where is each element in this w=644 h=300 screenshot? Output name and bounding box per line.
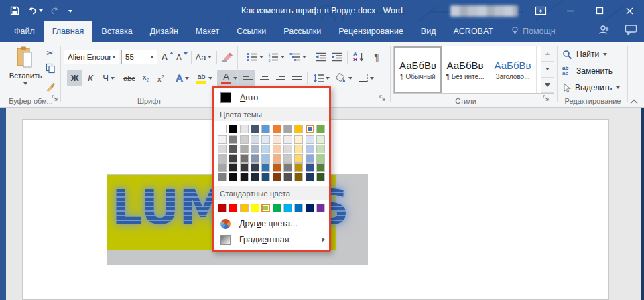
tint-swatch-2-1[interactable]: [229, 154, 237, 163]
standard-color-swatch-5[interactable]: [273, 204, 281, 212]
paste-button[interactable]: Вставить: [7, 46, 44, 100]
tint-swatch-2-0[interactable]: [218, 154, 227, 163]
tint-swatch-4-2[interactable]: [240, 173, 249, 181]
share-person-icon[interactable]: [598, 24, 610, 39]
tint-swatch-0-7[interactable]: [294, 135, 303, 144]
maximize-button[interactable]: [585, 0, 615, 21]
tint-swatch-1-8[interactable]: [306, 145, 314, 153]
tint-swatch-0-3[interactable]: [251, 135, 259, 144]
underline-button[interactable]: Ч: [99, 70, 119, 86]
tab-acrobat[interactable]: ACROBAT: [444, 21, 502, 42]
superscript-button[interactable]: х2: [154, 70, 168, 86]
minimize-button[interactable]: [556, 0, 585, 21]
tab-home[interactable]: Главная: [44, 21, 93, 42]
theme-color-swatch-8[interactable]: [306, 125, 314, 133]
font-name-combo[interactable]: Alien Encour: [64, 50, 119, 64]
tab-insert[interactable]: Вставка: [92, 21, 141, 42]
subscript-button[interactable]: х2: [139, 70, 153, 86]
tint-swatch-3-2[interactable]: [240, 163, 249, 172]
shading-button[interactable]: [333, 70, 353, 86]
numbering-button[interactable]: 123: [267, 50, 285, 64]
collapse-ribbon-button[interactable]: [630, 95, 638, 107]
undo-button[interactable]: [27, 5, 43, 16]
standard-color-swatch-1[interactable]: [229, 204, 237, 212]
style-heading1[interactable]: АаБбВвЗаголово...: [489, 46, 537, 93]
tint-swatch-2-2[interactable]: [240, 154, 249, 163]
tint-swatch-0-5[interactable]: [273, 135, 281, 144]
standard-color-swatch-3[interactable]: [251, 204, 259, 212]
theme-color-swatch-4[interactable]: [261, 125, 270, 133]
tab-layout[interactable]: Макет: [187, 21, 228, 42]
text-effects-button[interactable]: А: [173, 70, 192, 86]
copy-button[interactable]: [46, 63, 56, 76]
styles-more-button[interactable]: [541, 78, 554, 93]
tint-swatch-0-6[interactable]: [283, 135, 292, 144]
styles-dialog-launcher[interactable]: [542, 92, 550, 104]
tint-swatch-3-9[interactable]: [316, 163, 325, 172]
cut-button[interactable]: ✂: [46, 48, 54, 58]
tint-swatch-1-7[interactable]: [294, 145, 303, 153]
menu-item-more-colors[interactable]: Другие цвета...: [214, 216, 329, 232]
paragraph-dialog-launcher[interactable]: [379, 92, 386, 104]
tint-swatch-3-6[interactable]: [283, 163, 292, 172]
standard-color-swatch-9[interactable]: [316, 204, 325, 212]
justify-button[interactable]: [289, 70, 304, 86]
tab-review[interactable]: Рецензирование: [330, 21, 412, 42]
styles-scroll-down-button[interactable]: [541, 62, 554, 77]
tab-references[interactable]: Ссылки: [228, 21, 275, 42]
ribbon-display-options-button[interactable]: [526, 0, 556, 21]
tint-swatch-4-1[interactable]: [229, 173, 237, 181]
font-size-combo[interactable]: 55: [121, 50, 157, 64]
show-formatting-marks-button[interactable]: ¶: [370, 50, 383, 64]
tint-swatch-0-1[interactable]: [229, 135, 237, 144]
menu-item-auto[interactable]: Авто: [214, 90, 329, 106]
tint-swatch-2-4[interactable]: [261, 154, 270, 163]
standard-color-swatch-7[interactable]: [294, 204, 303, 212]
change-case-button[interactable]: Aa: [194, 50, 214, 64]
multilevel-list-button[interactable]: [288, 50, 307, 64]
standard-color-swatch-4[interactable]: [261, 204, 270, 212]
borders-button[interactable]: [356, 70, 376, 86]
tab-view[interactable]: Вид: [412, 21, 445, 42]
select-button[interactable]: Выделить: [562, 80, 620, 95]
theme-color-swatch-7[interactable]: [294, 125, 303, 133]
clear-formatting-button[interactable]: [220, 50, 235, 64]
tint-swatch-1-9[interactable]: [316, 145, 325, 153]
bullets-button[interactable]: [245, 50, 264, 64]
tint-swatch-3-8[interactable]: [306, 163, 314, 172]
tint-swatch-0-4[interactable]: [261, 135, 270, 144]
tab-design[interactable]: Дизайн: [141, 21, 187, 42]
select-dropdown-arrow[interactable]: [616, 86, 620, 89]
bold-button[interactable]: Ж: [67, 70, 82, 86]
tint-swatch-4-7[interactable]: [294, 173, 303, 181]
line-spacing-button[interactable]: [311, 70, 331, 86]
theme-color-swatch-1[interactable]: [229, 125, 237, 133]
tint-swatch-1-3[interactable]: [251, 145, 259, 153]
tint-swatch-4-3[interactable]: [251, 173, 259, 181]
tint-swatch-2-6[interactable]: [283, 154, 292, 163]
clipboard-dialog-launcher[interactable]: [51, 92, 58, 104]
customize-quick-access-button[interactable]: [67, 9, 73, 13]
theme-color-swatch-9[interactable]: [316, 125, 325, 133]
strikethrough-button[interactable]: abc: [121, 70, 138, 86]
find-button[interactable]: Найти: [562, 47, 607, 62]
theme-color-swatch-5[interactable]: [273, 125, 281, 133]
paste-dropdown-arrow[interactable]: [23, 82, 27, 85]
tint-swatch-3-3[interactable]: [251, 163, 259, 172]
italic-button[interactable]: К: [84, 70, 97, 86]
undo-dropdown-arrow[interactable]: [39, 9, 43, 12]
style-normal[interactable]: АаБбВв¶ Обычный: [394, 46, 442, 93]
theme-color-swatch-2[interactable]: [240, 125, 249, 133]
tint-swatch-2-5[interactable]: [273, 154, 281, 163]
tint-swatch-0-9[interactable]: [316, 135, 325, 144]
increase-indent-button[interactable]: [330, 50, 344, 64]
tint-swatch-1-4[interactable]: [261, 145, 270, 153]
tint-swatch-0-8[interactable]: [306, 135, 314, 144]
comment-icon[interactable]: [625, 24, 637, 39]
standard-color-swatch-8[interactable]: [306, 204, 314, 212]
tint-swatch-4-8[interactable]: [306, 173, 314, 181]
align-left-button[interactable]: [240, 70, 255, 86]
tint-swatch-2-9[interactable]: [316, 154, 325, 163]
align-right-button[interactable]: [273, 70, 288, 86]
tint-swatch-3-0[interactable]: [218, 163, 227, 172]
